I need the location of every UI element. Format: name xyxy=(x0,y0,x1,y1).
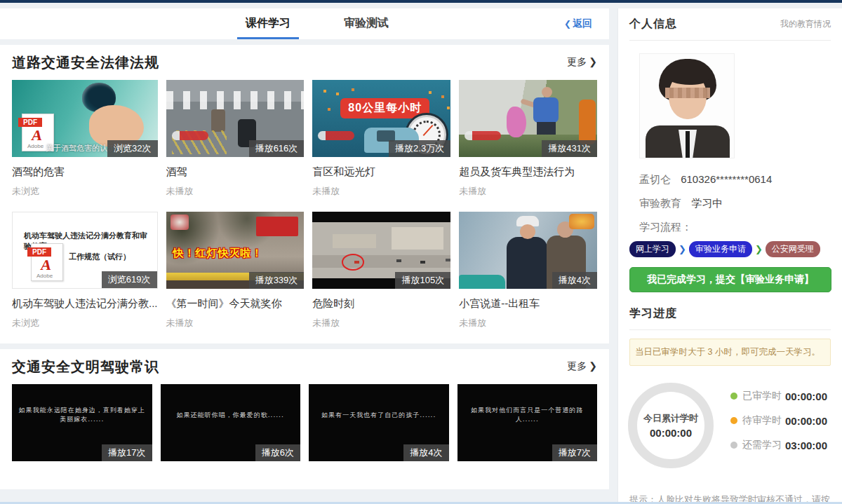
video-title[interactable]: 超员及货车典型违法行为 xyxy=(459,165,597,179)
card-grid: PDF A Adobe 关于酒驾危害的认识 浏览32次 酒驾的危害 未浏览 xyxy=(12,80,597,343)
quote-overlay-text: 如果有一天我也有了自己的孩子...... xyxy=(314,411,443,420)
adobe-brand-label: Adobe xyxy=(27,143,44,149)
adobe-a-glyph: A xyxy=(30,127,44,144)
progress-area: 今日累计学时 00:00:00 已审学时 00:00:00 待审学时 00:00… xyxy=(618,381,842,474)
worker-graphic xyxy=(579,100,596,144)
personal-info-sidebar: 个人信息 我的教育情况 孟切仑 610326********0614 审验教育 … xyxy=(617,8,842,504)
education-type: 审验教育 xyxy=(639,197,681,209)
section-title: 交通安全文明驾驶常识 xyxy=(12,357,159,376)
police-officer-graphic xyxy=(507,237,547,289)
video-thumbnail[interactable]: 如果我对他们而言只是一个普通的路人...... 播放7次 xyxy=(457,384,598,461)
adobe-a-glyph: A xyxy=(39,257,53,274)
play-count-badge: 播放339次 xyxy=(249,272,305,289)
ring-label: 今日累计学时 xyxy=(643,412,698,425)
speed-banner: 80公里每小时 xyxy=(340,98,429,118)
video-card[interactable]: 如果有一天我也有了自己的孩子...... 播放4次 xyxy=(309,384,449,461)
video-title[interactable]: 《第一时间》今天就奖你 xyxy=(166,297,305,311)
play-count-badge: 播放4次 xyxy=(403,444,448,461)
document-subtitle-text: 工作规范（试行） xyxy=(69,252,131,262)
video-card[interactable]: 快！红灯快灭啦！ 播放339次 《第一时间》今天就奖你 未播放 xyxy=(166,212,305,329)
video-status: 未浏览 xyxy=(12,185,158,198)
top-window-bar xyxy=(0,0,842,3)
video-thumbnail[interactable]: 机动车驾驶人违法记分满分教育和审验教育 工作规范（试行） PDF A Adobe… xyxy=(12,212,158,289)
video-card[interactable]: 如果我对他们而言只是一个普通的路人...... 播放7次 xyxy=(457,384,598,461)
user-name: 孟切仑 xyxy=(639,173,671,185)
traffic-graphic xyxy=(396,259,401,262)
video-status: 未播放 xyxy=(459,317,597,329)
section-title: 道路交通安全法律法规 xyxy=(12,53,159,72)
play-count-badge: 播放431次 xyxy=(542,140,597,157)
education-status: 学习中 xyxy=(691,197,723,209)
submit-review-application-button[interactable]: 我已完成学习，提交【审验业务申请】 xyxy=(629,267,831,292)
video-title[interactable]: 危险时刻 xyxy=(312,297,450,311)
video-title[interactable]: 盲区和远光灯 xyxy=(312,165,450,179)
gray-dot-icon xyxy=(730,442,737,449)
video-thumbnail[interactable]: 播放4次 xyxy=(459,212,597,289)
video-title[interactable]: 酒驾 xyxy=(166,165,305,179)
thumbnail-caption: 关于酒驾危害的认识 xyxy=(46,143,115,154)
flow-step-police-acceptance: 公安网受理 xyxy=(766,241,820,257)
video-thumbnail[interactable]: 如果我能永远陪在她身边，直到看她穿上美丽嫁衣...... 播放17次 xyxy=(12,384,152,461)
video-thumbnail[interactable]: 播放431次 xyxy=(459,80,597,157)
legend-value: 00:00:00 xyxy=(785,390,827,402)
video-thumbnail[interactable]: 如果还能听你唱，你最爱的歌...... 播放6次 xyxy=(161,384,301,461)
highlight-circle-graphic xyxy=(342,254,364,271)
video-card[interactable]: 播放105次 危险时刻 未播放 xyxy=(312,212,450,329)
pdf-icon: PDF A Adobe xyxy=(31,243,63,281)
video-thumbnail[interactable]: 快！红灯快灭啦！ 播放339次 xyxy=(166,212,305,289)
van-graphic xyxy=(211,109,225,132)
video-status: 未播放 xyxy=(166,185,305,198)
video-thumbnail[interactable]: PDF A Adobe 关于酒驾危害的认识 浏览32次 xyxy=(12,80,158,157)
view-count-badge: 浏览32次 xyxy=(107,140,157,157)
video-title[interactable]: 小宫说道--出租车 xyxy=(459,297,597,311)
id-photo xyxy=(639,53,735,158)
video-card[interactable]: 如果我能永远陪在她身边，直到看她穿上美丽嫁衣...... 播放17次 xyxy=(12,384,152,461)
photo-tie-graphic xyxy=(686,131,690,158)
video-thumbnail[interactable]: 播放105次 xyxy=(312,212,450,289)
video-card[interactable]: 80公里每小时 播放2.3万次 盲区和远光灯 未播放 xyxy=(312,80,450,198)
flow-step-online-learning: 网上学习 xyxy=(629,241,676,257)
my-education-link[interactable]: 我的教育情况 xyxy=(780,18,831,30)
tab-bar: 课件学习 审验测试 ❮返回 xyxy=(0,8,609,39)
play-count-badge: 播放616次 xyxy=(249,140,305,157)
tab-courseware-learning[interactable]: 课件学习 xyxy=(237,16,299,39)
chevron-left-icon: ❮ xyxy=(564,19,571,29)
video-thumbnail[interactable]: 播放616次 xyxy=(166,80,305,157)
video-title[interactable]: 机动车驾驶人违法记分满分教... xyxy=(12,297,158,311)
pink-object-graphic xyxy=(507,107,526,137)
video-card[interactable]: 播放616次 酒驾 未播放 xyxy=(166,80,305,198)
video-card[interactable]: 播放431次 超员及货车典型违法行为 未播放 xyxy=(459,80,597,198)
back-link[interactable]: ❮返回 xyxy=(564,18,592,30)
chevron-right-icon: ❯ xyxy=(589,56,597,67)
tv-station-logo-icon xyxy=(171,214,189,230)
more-link[interactable]: 更多❯ xyxy=(567,56,597,69)
video-status: 未播放 xyxy=(166,317,305,329)
progress-title: 学习进度 xyxy=(629,306,677,321)
video-card[interactable]: 机动车驾驶人违法记分满分教育和审验教育 工作规范（试行） PDF A Adobe… xyxy=(12,212,158,329)
play-count-badge: 播放7次 xyxy=(552,444,597,461)
video-thumbnail[interactable]: 如果有一天我也有了自己的孩子...... 播放4次 xyxy=(309,384,449,461)
photo-pixelation-graphic xyxy=(665,88,710,98)
quote-overlay-text: 如果我对他们而言只是一个普通的路人...... xyxy=(463,406,592,424)
video-thumbnail[interactable]: 80公里每小时 播放2.3万次 xyxy=(312,80,450,157)
chevron-right-icon: ❯ xyxy=(679,244,686,254)
sidebar-title: 个人信息 xyxy=(629,17,677,32)
tab-review-test[interactable]: 审验测试 xyxy=(335,16,397,39)
crosswalk-graphic xyxy=(166,91,305,109)
video-status: 未浏览 xyxy=(12,317,158,329)
section-civilized-driving: 交通安全文明驾驶常识 更多❯ 如果我能永远陪在她身边，直到看她穿上美丽嫁衣...… xyxy=(0,349,609,489)
video-card[interactable]: 播放4次 小宫说道--出租车 未播放 xyxy=(459,212,597,329)
person-head-graphic xyxy=(542,87,552,97)
flow-label: 学习流程： xyxy=(639,221,831,234)
video-card[interactable]: PDF A Adobe 关于酒驾危害的认识 浏览32次 酒驾的危害 未浏览 xyxy=(12,80,158,198)
more-link[interactable]: 更多❯ xyxy=(567,360,597,373)
video-title[interactable]: 酒驾的危害 xyxy=(12,165,158,179)
play-count-badge: 播放6次 xyxy=(255,444,300,461)
building-graphic xyxy=(392,227,443,250)
channel-logo-icon xyxy=(172,131,208,140)
video-card[interactable]: 如果还能听你唱，你最爱的歌...... 播放6次 xyxy=(161,384,301,461)
main-column: 课件学习 审验测试 ❮返回 道路交通安全法律法规 更多❯ PDF A Adobe xyxy=(0,8,609,489)
legend-row-reviewed: 已审学时 00:00:00 xyxy=(730,390,827,402)
view-count-badge: 浏览619次 xyxy=(102,271,157,288)
video-status: 未播放 xyxy=(459,185,597,198)
